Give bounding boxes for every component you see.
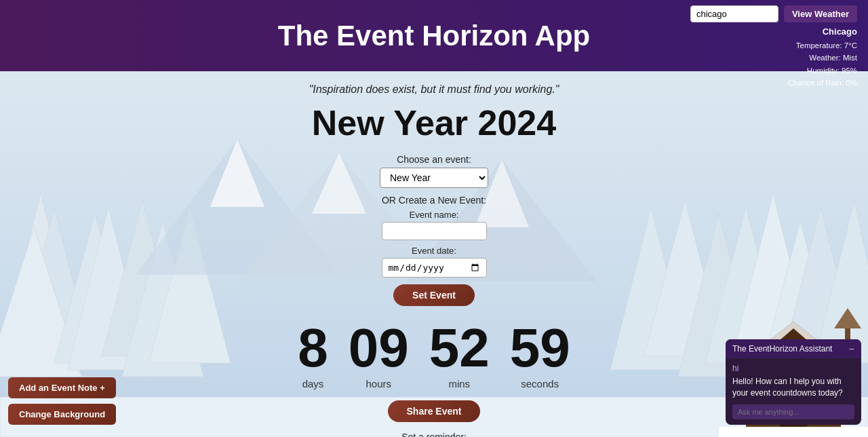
event-name-input[interactable] <box>382 222 487 240</box>
event-title: New Year 2024 <box>312 102 556 143</box>
event-selector-group: Choose an event: New Year Christmas Cust… <box>380 154 488 195</box>
chat-message: Hello! How can I help you with your even… <box>732 376 854 399</box>
choose-event-label: Choose an event: <box>397 154 471 165</box>
weather-humidity: Humidity: 95% <box>788 64 857 77</box>
weather-top-row: View Weather <box>690 5 857 22</box>
chat-assistant: The EventHorizon Assistant − hi Hello! H… <box>726 339 861 425</box>
bottom-left-buttons: Add an Event Note + Change Background <box>8 377 116 425</box>
chat-input[interactable] <box>732 404 854 419</box>
weather-info: Chicago Temperature: 7°C Weather: Mist H… <box>788 25 857 89</box>
countdown-seconds-label: seconds <box>521 378 559 390</box>
chat-body: hi Hello! How can I help you with your e… <box>726 358 861 425</box>
countdown-hours-label: hours <box>366 378 391 390</box>
weather-rain: Chance of Rain: 0% <box>788 77 857 89</box>
quote-text: "Inspiration does exist, but it must fin… <box>309 83 559 96</box>
countdown-mins: 52 mins <box>429 321 490 390</box>
view-weather-button[interactable]: View Weather <box>784 5 857 22</box>
page-title: The Event Horizon App <box>278 20 590 52</box>
countdown-seconds-number: 59 <box>510 321 570 375</box>
weather-controls: View Weather Chicago Temperature: 7°C We… <box>690 5 857 89</box>
event-select[interactable]: New Year Christmas Custom <box>380 168 488 188</box>
countdown-hours-number: 09 <box>349 321 409 375</box>
header: The Event Horizon App View Weather Chica… <box>0 0 868 71</box>
add-note-button[interactable]: Add an Event Note + <box>8 377 116 398</box>
countdown-display: 8 days 09 hours 52 mins 59 seconds <box>298 321 570 390</box>
event-date-input[interactable] <box>382 258 487 278</box>
event-name-label: Event name: <box>410 210 459 220</box>
event-date-group: Event date: <box>382 246 487 284</box>
countdown-seconds: 59 seconds <box>510 321 570 390</box>
chat-title: The EventHorizon Assistant <box>732 344 832 354</box>
event-name-group: Event name: <box>382 210 487 246</box>
or-create-label: OR Create a New Event: <box>382 195 486 206</box>
countdown-days-number: 8 <box>298 321 328 375</box>
countdown-hours: 09 hours <box>349 321 409 390</box>
weather-temperature: Temperature: 7°C <box>788 39 857 52</box>
countdown-days-label: days <box>302 378 324 390</box>
chat-header: The EventHorizon Assistant − <box>726 339 861 358</box>
countdown-mins-number: 52 <box>429 321 490 375</box>
set-event-button[interactable]: Set Event <box>393 284 475 306</box>
countdown-days: 8 days <box>298 321 328 390</box>
change-background-button[interactable]: Change Background <box>8 404 116 425</box>
reminder-section: Set a reminder: <box>382 432 487 437</box>
countdown-mins-label: mins <box>448 378 470 390</box>
chat-close-button[interactable]: − <box>849 343 854 354</box>
event-date-label: Event date: <box>412 246 456 256</box>
chat-greeting: hi <box>732 364 854 373</box>
weather-city: Chicago <box>788 25 857 39</box>
share-event-button[interactable]: Share Event <box>388 400 481 422</box>
city-input[interactable] <box>690 5 778 22</box>
weather-type: Weather: Mist <box>788 52 857 64</box>
reminder-label: Set a reminder: <box>401 432 467 437</box>
